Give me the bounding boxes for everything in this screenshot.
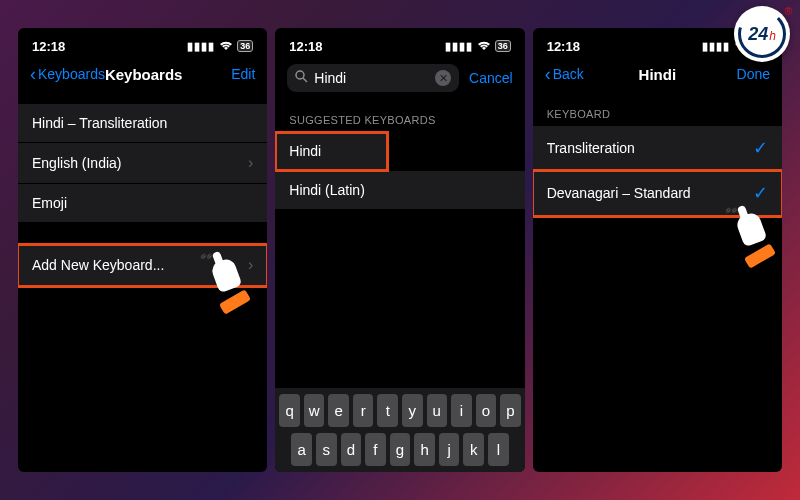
clear-icon[interactable]: ✕ [435,70,451,86]
battery-icon: 36 [237,40,253,52]
list-item[interactable]: Hindi – Transliteration [18,104,267,143]
key-g[interactable]: g [390,433,411,466]
chevron-right-icon: › [248,256,253,274]
list-item-label: Emoji [32,195,67,211]
brand-badge-24h: ® 24h [734,6,790,62]
list-item[interactable]: Transliteration ✓ [533,126,782,171]
key-h[interactable]: h [414,433,435,466]
key-i[interactable]: i [451,394,472,427]
status-bar: 12:18 ▮▮▮▮ 36 [18,28,267,60]
chevron-left-icon: ‹ [545,65,551,83]
add-keyboard-button[interactable]: Add New Keyboard... › [18,245,267,286]
battery-icon: 36 [495,40,511,52]
search-row: Hindi ✕ Cancel [275,60,524,100]
status-time: 12:18 [32,39,65,54]
status-time: 12:18 [547,39,580,54]
key-f[interactable]: f [365,433,386,466]
done-button[interactable]: Done [676,66,770,82]
wifi-icon [477,41,491,51]
chevron-right-icon: › [248,154,253,172]
list-item-label: English (India) [32,155,122,171]
svg-point-0 [296,71,304,79]
keyboard-list: Hindi – Transliteration English (India) … [18,104,267,223]
key-r[interactable]: r [353,394,374,427]
registered-icon: ® [785,6,792,17]
keyboard[interactable]: qwertyuiop asdfghjkl [275,388,524,472]
list-item-label: Hindi – Transliteration [32,115,167,131]
list-item-label: Devanagari – Standard [547,185,691,201]
key-k[interactable]: k [463,433,484,466]
signal-icon: ▮▮▮▮ [445,40,473,53]
pointer-icon: ՛ ՛ ՛ [733,214,777,262]
back-button[interactable]: ‹ Keyboards [30,65,105,83]
keyboard-options: Transliteration ✓ Devanagari – Standard … [533,126,782,216]
key-l[interactable]: l [488,433,509,466]
status-time: 12:18 [289,39,322,54]
search-results: Hindi Hindi (Latin) [275,132,524,210]
nav-bar: ‹ Keyboards Keyboards Edit [18,60,267,94]
add-keyboard-label: Add New Keyboard... [32,257,164,273]
key-p[interactable]: p [500,394,521,427]
wifi-icon [219,41,233,51]
list-item[interactable]: Hindi (Latin) [275,171,524,210]
nav-bar: ‹ Back Hindi Done [533,60,782,94]
search-icon [295,70,308,86]
search-value: Hindi [314,70,429,86]
phone-screen-1: 12:18 ▮▮▮▮ 36 ‹ Keyboards Keyboards Edit… [18,28,267,472]
key-s[interactable]: s [316,433,337,466]
key-j[interactable]: j [439,433,460,466]
add-keyboard-group: Add New Keyboard... › [18,245,267,286]
list-item-label: Transliteration [547,140,635,156]
checkmark-icon: ✓ [753,137,768,159]
key-q[interactable]: q [279,394,300,427]
key-y[interactable]: y [402,394,423,427]
section-header: Suggested Keyboards [275,100,524,132]
section-header: Keyboard [533,94,782,126]
key-e[interactable]: e [328,394,349,427]
signal-icon: ▮▮▮▮ [702,40,730,53]
list-item[interactable]: Emoji [18,184,267,223]
key-o[interactable]: o [476,394,497,427]
phone-screen-3: 12:18 ▮▮▮▮ 36 ‹ Back Hindi Done Keyboard… [533,28,782,472]
phone-screen-2: 12:18 ▮▮▮▮ 36 Hindi ✕ Cancel Suggested K… [275,28,524,472]
list-item-label: Hindi [289,143,321,159]
page-title: Keyboards [105,66,183,83]
page-title: Hindi [639,66,677,83]
list-item[interactable]: English (India) › [18,143,267,184]
list-item-label: Hindi (Latin) [289,182,364,198]
key-t[interactable]: t [377,394,398,427]
key-a[interactable]: a [291,433,312,466]
back-label: Keyboards [38,66,105,82]
key-w[interactable]: w [304,394,325,427]
status-indicators: ▮▮▮▮ 36 [187,40,253,53]
svg-line-1 [303,78,307,82]
search-input[interactable]: Hindi ✕ [287,64,459,92]
back-button[interactable]: ‹ Back [545,65,639,83]
list-item[interactable]: Devanagari – Standard ✓ [533,171,782,216]
checkmark-icon: ✓ [753,182,768,204]
cancel-button[interactable]: Cancel [469,70,513,86]
key-u[interactable]: u [427,394,448,427]
signal-icon: ▮▮▮▮ [187,40,215,53]
edit-button[interactable]: Edit [182,66,255,82]
list-item[interactable]: Hindi [275,132,387,171]
status-indicators: ▮▮▮▮ 36 [445,40,511,53]
status-bar: 12:18 ▮▮▮▮ 36 [275,28,524,60]
key-d[interactable]: d [341,433,362,466]
back-label: Back [553,66,584,82]
chevron-left-icon: ‹ [30,65,36,83]
